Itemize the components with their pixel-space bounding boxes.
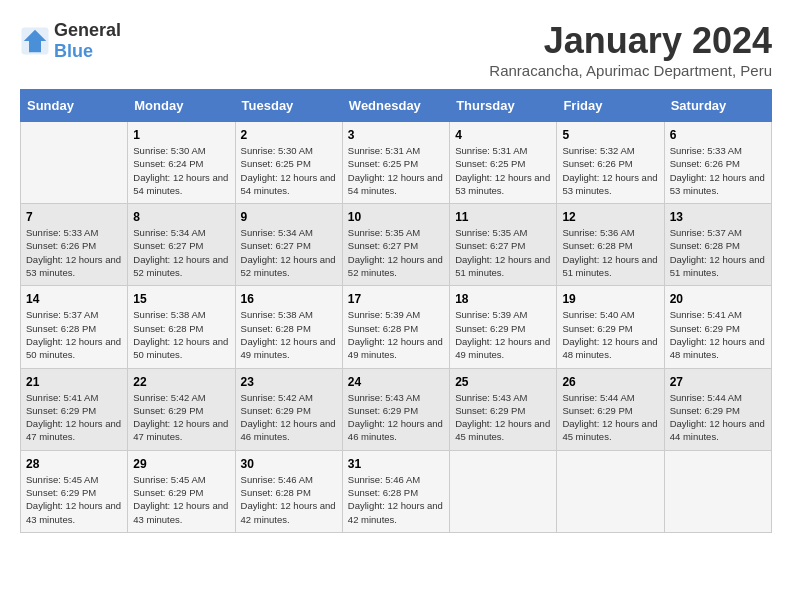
logo-blue-text: Blue (54, 41, 121, 62)
day-number: 3 (348, 128, 444, 142)
day-cell-w1-d1 (21, 122, 128, 204)
day-cell-w1-d7: 6 Sunrise: 5:33 AM Sunset: 6:26 PM Dayli… (664, 122, 771, 204)
logo: General Blue (20, 20, 121, 62)
month-title: January 2024 (489, 20, 772, 62)
col-thursday: Thursday (450, 90, 557, 122)
page-header: General Blue January 2024 Ranracancha, A… (20, 20, 772, 79)
day-info: Sunrise: 5:46 AM Sunset: 6:28 PM Dayligh… (241, 473, 337, 526)
day-number: 26 (562, 375, 658, 389)
day-number: 30 (241, 457, 337, 471)
day-info: Sunrise: 5:45 AM Sunset: 6:29 PM Dayligh… (26, 473, 122, 526)
day-info: Sunrise: 5:37 AM Sunset: 6:28 PM Dayligh… (26, 308, 122, 361)
day-cell-w3-d6: 19 Sunrise: 5:40 AM Sunset: 6:29 PM Dayl… (557, 286, 664, 368)
day-info: Sunrise: 5:34 AM Sunset: 6:27 PM Dayligh… (133, 226, 229, 279)
day-cell-w4-d6: 26 Sunrise: 5:44 AM Sunset: 6:29 PM Dayl… (557, 368, 664, 450)
day-number: 14 (26, 292, 122, 306)
day-info: Sunrise: 5:35 AM Sunset: 6:27 PM Dayligh… (455, 226, 551, 279)
day-number: 25 (455, 375, 551, 389)
day-info: Sunrise: 5:46 AM Sunset: 6:28 PM Dayligh… (348, 473, 444, 526)
day-cell-w2-d2: 8 Sunrise: 5:34 AM Sunset: 6:27 PM Dayli… (128, 204, 235, 286)
day-info: Sunrise: 5:38 AM Sunset: 6:28 PM Dayligh… (241, 308, 337, 361)
day-cell-w2-d7: 13 Sunrise: 5:37 AM Sunset: 6:28 PM Dayl… (664, 204, 771, 286)
day-cell-w1-d2: 1 Sunrise: 5:30 AM Sunset: 6:24 PM Dayli… (128, 122, 235, 204)
day-info: Sunrise: 5:39 AM Sunset: 6:28 PM Dayligh… (348, 308, 444, 361)
day-info: Sunrise: 5:42 AM Sunset: 6:29 PM Dayligh… (241, 391, 337, 444)
day-info: Sunrise: 5:36 AM Sunset: 6:28 PM Dayligh… (562, 226, 658, 279)
day-number: 29 (133, 457, 229, 471)
day-info: Sunrise: 5:43 AM Sunset: 6:29 PM Dayligh… (348, 391, 444, 444)
day-info: Sunrise: 5:39 AM Sunset: 6:29 PM Dayligh… (455, 308, 551, 361)
day-number: 24 (348, 375, 444, 389)
day-cell-w4-d1: 21 Sunrise: 5:41 AM Sunset: 6:29 PM Dayl… (21, 368, 128, 450)
day-cell-w5-d1: 28 Sunrise: 5:45 AM Sunset: 6:29 PM Dayl… (21, 450, 128, 532)
title-section: January 2024 Ranracancha, Apurimac Depar… (489, 20, 772, 79)
day-number: 2 (241, 128, 337, 142)
day-number: 22 (133, 375, 229, 389)
day-cell-w3-d5: 18 Sunrise: 5:39 AM Sunset: 6:29 PM Dayl… (450, 286, 557, 368)
day-info: Sunrise: 5:33 AM Sunset: 6:26 PM Dayligh… (670, 144, 766, 197)
logo-text: General Blue (54, 20, 121, 62)
day-info: Sunrise: 5:30 AM Sunset: 6:25 PM Dayligh… (241, 144, 337, 197)
day-info: Sunrise: 5:35 AM Sunset: 6:27 PM Dayligh… (348, 226, 444, 279)
calendar-table: Sunday Monday Tuesday Wednesday Thursday… (20, 89, 772, 533)
day-cell-w4-d2: 22 Sunrise: 5:42 AM Sunset: 6:29 PM Dayl… (128, 368, 235, 450)
week-row-3: 14 Sunrise: 5:37 AM Sunset: 6:28 PM Dayl… (21, 286, 772, 368)
day-info: Sunrise: 5:31 AM Sunset: 6:25 PM Dayligh… (455, 144, 551, 197)
day-info: Sunrise: 5:32 AM Sunset: 6:26 PM Dayligh… (562, 144, 658, 197)
day-cell-w2-d3: 9 Sunrise: 5:34 AM Sunset: 6:27 PM Dayli… (235, 204, 342, 286)
day-number: 27 (670, 375, 766, 389)
day-number: 28 (26, 457, 122, 471)
day-number: 19 (562, 292, 658, 306)
day-number: 10 (348, 210, 444, 224)
col-monday: Monday (128, 90, 235, 122)
col-saturday: Saturday (664, 90, 771, 122)
day-cell-w5-d6 (557, 450, 664, 532)
day-number: 12 (562, 210, 658, 224)
day-info: Sunrise: 5:44 AM Sunset: 6:29 PM Dayligh… (562, 391, 658, 444)
day-info: Sunrise: 5:30 AM Sunset: 6:24 PM Dayligh… (133, 144, 229, 197)
day-cell-w5-d2: 29 Sunrise: 5:45 AM Sunset: 6:29 PM Dayl… (128, 450, 235, 532)
day-info: Sunrise: 5:41 AM Sunset: 6:29 PM Dayligh… (26, 391, 122, 444)
day-cell-w5-d7 (664, 450, 771, 532)
day-cell-w4-d5: 25 Sunrise: 5:43 AM Sunset: 6:29 PM Dayl… (450, 368, 557, 450)
day-number: 6 (670, 128, 766, 142)
day-info: Sunrise: 5:43 AM Sunset: 6:29 PM Dayligh… (455, 391, 551, 444)
day-number: 21 (26, 375, 122, 389)
day-number: 16 (241, 292, 337, 306)
col-friday: Friday (557, 90, 664, 122)
day-info: Sunrise: 5:34 AM Sunset: 6:27 PM Dayligh… (241, 226, 337, 279)
day-info: Sunrise: 5:40 AM Sunset: 6:29 PM Dayligh… (562, 308, 658, 361)
day-cell-w3-d4: 17 Sunrise: 5:39 AM Sunset: 6:28 PM Dayl… (342, 286, 449, 368)
logo-icon (20, 26, 50, 56)
day-cell-w5-d5 (450, 450, 557, 532)
day-number: 15 (133, 292, 229, 306)
day-info: Sunrise: 5:41 AM Sunset: 6:29 PM Dayligh… (670, 308, 766, 361)
day-number: 7 (26, 210, 122, 224)
day-number: 31 (348, 457, 444, 471)
day-number: 9 (241, 210, 337, 224)
day-cell-w4-d4: 24 Sunrise: 5:43 AM Sunset: 6:29 PM Dayl… (342, 368, 449, 450)
day-cell-w3-d2: 15 Sunrise: 5:38 AM Sunset: 6:28 PM Dayl… (128, 286, 235, 368)
week-row-2: 7 Sunrise: 5:33 AM Sunset: 6:26 PM Dayli… (21, 204, 772, 286)
day-cell-w2-d5: 11 Sunrise: 5:35 AM Sunset: 6:27 PM Dayl… (450, 204, 557, 286)
day-number: 8 (133, 210, 229, 224)
col-sunday: Sunday (21, 90, 128, 122)
day-number: 18 (455, 292, 551, 306)
day-cell-w1-d3: 2 Sunrise: 5:30 AM Sunset: 6:25 PM Dayli… (235, 122, 342, 204)
day-number: 17 (348, 292, 444, 306)
day-info: Sunrise: 5:45 AM Sunset: 6:29 PM Dayligh… (133, 473, 229, 526)
day-info: Sunrise: 5:42 AM Sunset: 6:29 PM Dayligh… (133, 391, 229, 444)
day-info: Sunrise: 5:44 AM Sunset: 6:29 PM Dayligh… (670, 391, 766, 444)
col-wednesday: Wednesday (342, 90, 449, 122)
day-cell-w4-d3: 23 Sunrise: 5:42 AM Sunset: 6:29 PM Dayl… (235, 368, 342, 450)
day-number: 13 (670, 210, 766, 224)
logo-general-text: General (54, 20, 121, 41)
day-cell-w1-d4: 3 Sunrise: 5:31 AM Sunset: 6:25 PM Dayli… (342, 122, 449, 204)
day-cell-w2-d1: 7 Sunrise: 5:33 AM Sunset: 6:26 PM Dayli… (21, 204, 128, 286)
day-number: 23 (241, 375, 337, 389)
day-cell-w1-d5: 4 Sunrise: 5:31 AM Sunset: 6:25 PM Dayli… (450, 122, 557, 204)
day-cell-w3-d1: 14 Sunrise: 5:37 AM Sunset: 6:28 PM Dayl… (21, 286, 128, 368)
location-subtitle: Ranracancha, Apurimac Department, Peru (489, 62, 772, 79)
day-info: Sunrise: 5:31 AM Sunset: 6:25 PM Dayligh… (348, 144, 444, 197)
week-row-4: 21 Sunrise: 5:41 AM Sunset: 6:29 PM Dayl… (21, 368, 772, 450)
